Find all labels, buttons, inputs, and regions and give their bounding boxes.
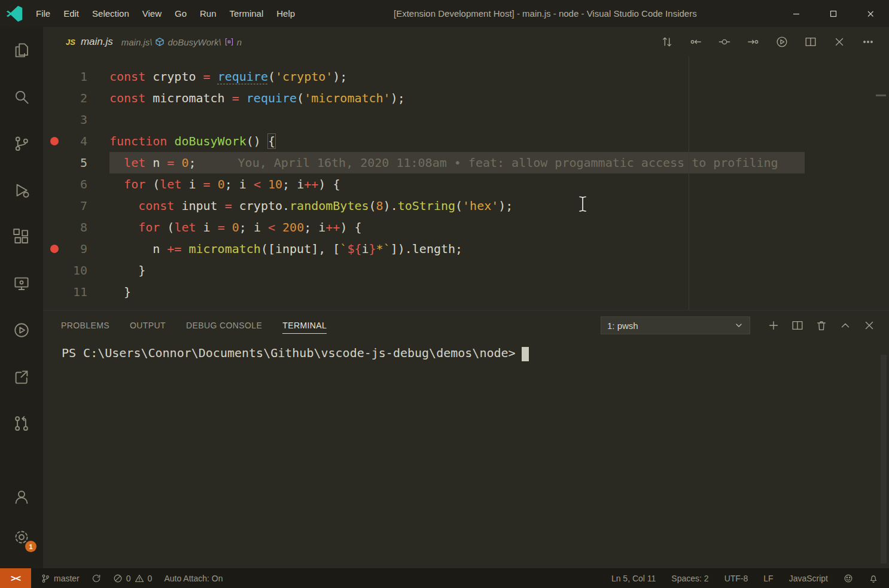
window-controls <box>778 0 889 27</box>
code-text[interactable]: const input = crypto.randomBytes(8).toSt… <box>109 195 513 217</box>
menu-view[interactable]: View <box>136 0 168 27</box>
menu-selection[interactable]: Selection <box>86 0 136 27</box>
code-line[interactable]: 4function doBusyWork() { <box>43 130 889 152</box>
breadcrumb-segment-function[interactable]: doBusyWork\ <box>168 37 221 47</box>
kill-terminal-icon[interactable] <box>815 319 828 332</box>
menu-run[interactable]: Run <box>193 0 223 27</box>
sidebar-item-run-view[interactable] <box>0 307 43 354</box>
terminal-output[interactable]: PS C:\Users\Connor\Documents\Github\vsco… <box>43 340 889 361</box>
code-line[interactable]: 2const micromatch = require('micromatch'… <box>43 87 889 109</box>
code-line[interactable]: 6 for (let i = 0; i < 10; i++) { <box>43 173 889 195</box>
code-text[interactable]: } <box>109 281 131 303</box>
cursor-position-status[interactable]: Ln 5, Col 11 <box>611 574 656 583</box>
line-number[interactable]: 9 <box>43 238 87 260</box>
line-number[interactable]: 8 <box>43 217 87 238</box>
sidebar-item-search[interactable] <box>0 74 43 120</box>
problems-status[interactable]: 0 0 <box>113 574 153 583</box>
pull-request-icon <box>13 415 31 432</box>
code-text[interactable]: let n = 0;You, April 16th, 2020 11:08am … <box>109 152 778 173</box>
terminal-shell-select[interactable]: 1: pwsh <box>601 316 750 334</box>
tab-output[interactable]: OUTPUT <box>130 321 166 330</box>
code-text[interactable]: } <box>109 260 145 281</box>
title-bar: File Edit Selection View Go Run Terminal… <box>0 0 889 27</box>
feedback-status[interactable] <box>844 574 853 583</box>
menu-edit[interactable]: Edit <box>57 0 86 27</box>
code-line[interactable]: 7 const input = crypto.randomBytes(8).to… <box>43 195 889 217</box>
line-number[interactable]: 7 <box>43 195 87 217</box>
sidebar-item-account[interactable] <box>0 476 43 517</box>
code-text[interactable]: const micromatch = require('micromatch')… <box>109 87 405 109</box>
auto-attach-status[interactable]: Auto Attach: On <box>164 574 223 583</box>
file-name[interactable]: main.js <box>81 36 113 48</box>
eol-status[interactable]: LF <box>763 574 773 583</box>
line-number[interactable]: 3 <box>43 109 87 130</box>
code-line[interactable]: 9 n += micromatch([input], [`${i}*`]).le… <box>43 238 889 260</box>
line-number[interactable]: 10 <box>43 260 87 281</box>
breadcrumb-segment-variable[interactable]: n <box>237 37 242 47</box>
tab-debug-console[interactable]: DEBUG CONSOLE <box>186 321 262 330</box>
language-status[interactable]: JavaScript <box>789 574 828 583</box>
line-number[interactable]: 2 <box>43 87 87 109</box>
sidebar-item-settings[interactable]: 1 <box>0 517 43 557</box>
line-number[interactable]: 5 <box>43 152 87 173</box>
branch-status[interactable]: master <box>41 574 80 583</box>
sidebar-item-run-and-debug[interactable] <box>0 167 43 214</box>
code-line[interactable]: 3 <box>43 109 889 130</box>
code-line[interactable]: 5 let n = 0;You, April 16th, 2020 11:08a… <box>43 152 889 173</box>
more-actions-icon[interactable] <box>861 35 875 48</box>
line-number[interactable]: 6 <box>43 173 87 195</box>
split-editor-icon[interactable] <box>804 35 817 48</box>
breadcrumb-segment-file[interactable]: main.js\ <box>121 37 153 47</box>
open-changes-icon[interactable] <box>718 35 731 48</box>
code-text[interactable]: n += micromatch([input], [`${i}*`]).leng… <box>109 238 462 260</box>
remote-indicator[interactable]: >< <box>0 568 31 588</box>
code-text[interactable]: const crypto = require('crypto'); <box>109 66 347 87</box>
code-line[interactable]: 8 for (let i = 0; i < 200; i++) { <box>43 217 889 238</box>
split-terminal-icon[interactable] <box>791 319 804 332</box>
sidebar-item-live-share[interactable] <box>0 354 43 400</box>
run-profile-icon[interactable] <box>775 35 788 48</box>
menu-file[interactable]: File <box>29 0 57 27</box>
sidebar-item-extensions[interactable] <box>0 214 43 260</box>
bell-icon <box>869 574 878 583</box>
code-line[interactable]: 1const crypto = require('crypto'); <box>43 66 889 87</box>
terminal-controls: 1: pwsh <box>601 310 876 340</box>
tab-problems[interactable]: PROBLEMS <box>61 321 109 330</box>
code-text[interactable]: function doBusyWork() { <box>109 130 275 152</box>
notifications-status[interactable] <box>869 574 878 583</box>
menu-terminal[interactable]: Terminal <box>223 0 270 27</box>
eol-label: LF <box>763 574 773 583</box>
menu-help[interactable]: Help <box>270 0 302 27</box>
maximize-panel-icon[interactable] <box>839 319 852 332</box>
sidebar-item-explorer[interactable] <box>0 27 43 74</box>
minimize-button[interactable] <box>778 0 815 27</box>
code-line[interactable]: 11 } <box>43 281 889 303</box>
new-terminal-icon[interactable] <box>767 319 780 332</box>
terminal-scrollbar[interactable] <box>881 355 887 563</box>
encoding-status[interactable]: UTF-8 <box>724 574 748 583</box>
maximize-button[interactable] <box>815 0 852 27</box>
sidebar-item-remote-explorer[interactable] <box>0 260 43 307</box>
tab-terminal[interactable]: TERMINAL <box>282 321 327 334</box>
account-icon <box>13 488 31 505</box>
previous-change-icon[interactable] <box>689 35 702 48</box>
line-number[interactable]: 1 <box>43 66 87 87</box>
menu-go[interactable]: Go <box>168 0 193 27</box>
close-button[interactable] <box>852 0 889 27</box>
sidebar-item-source-control[interactable] <box>0 120 43 167</box>
remote-explorer-icon <box>13 275 31 293</box>
sidebar-item-github-pull-requests[interactable] <box>0 400 43 447</box>
code-text[interactable]: for (let i = 0; i < 10; i++) { <box>109 173 340 195</box>
indentation-status[interactable]: Spaces: 2 <box>671 574 708 583</box>
sync-status[interactable] <box>92 574 101 583</box>
code-text[interactable]: for (let i = 0; i < 200; i++) { <box>109 217 362 238</box>
code-line[interactable]: 10 } <box>43 260 889 281</box>
close-panel-icon[interactable] <box>863 319 876 332</box>
code-editor[interactable]: 1const crypto = require('crypto');2const… <box>43 57 889 303</box>
line-number[interactable]: 4 <box>43 130 87 152</box>
line-number[interactable]: 11 <box>43 281 87 303</box>
next-change-icon[interactable] <box>747 35 760 48</box>
compare-changes-icon[interactable] <box>660 35 674 48</box>
gitlens-blame-annotation: You, April 16th, 2020 11:08am • feat: al… <box>238 156 778 170</box>
close-editor-icon[interactable] <box>833 35 846 48</box>
